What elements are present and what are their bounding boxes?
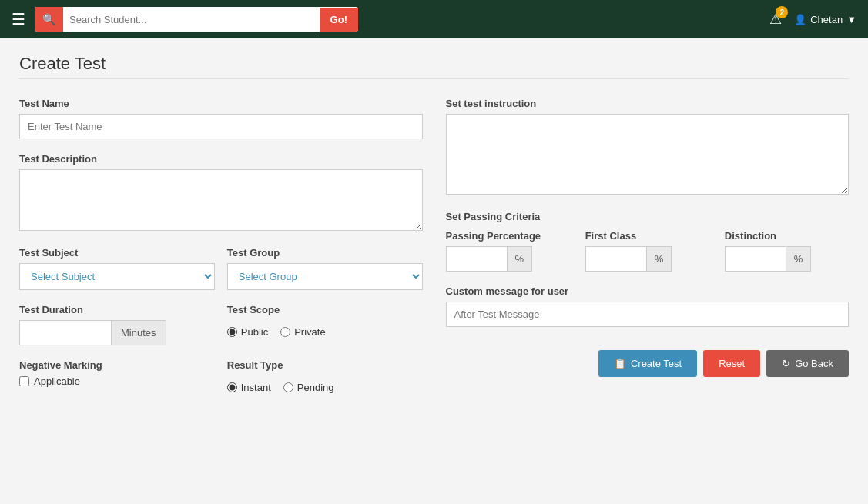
test-group-select[interactable]: Select Group <box>227 263 423 290</box>
test-scope-label: Test Scope <box>227 304 423 315</box>
distinction-wrap: 75 % <box>725 246 849 272</box>
result-radio-group: Instant Pending <box>227 375 423 399</box>
result-instant-option[interactable]: Instant <box>227 382 271 393</box>
passing-criteria-heading: Set Passing Criteria <box>446 211 850 222</box>
create-label: Create Test <box>631 358 682 369</box>
passing-percentage-label: Passing Percentage <box>446 230 570 242</box>
test-group-group: Test Group Select Group <box>227 247 423 290</box>
test-name-label: Test Name <box>19 98 423 109</box>
marking-result-row: Negative Marking Applicable Result Type … <box>19 359 423 413</box>
test-description-label: Test Description <box>19 153 423 165</box>
page-title: Create Test <box>19 54 849 74</box>
page-container: Create Test Test Name Test Description T… <box>0 38 868 504</box>
form-right: Set test instruction Set Passing Criteri… <box>446 98 850 413</box>
result-pending-radio[interactable] <box>283 382 293 392</box>
scope-public-radio[interactable] <box>227 327 237 337</box>
scope-private-radio[interactable] <box>280 327 290 337</box>
passing-percentage-group: Passing Percentage 35 % <box>446 230 570 272</box>
hamburger-icon[interactable]: ☰ <box>12 10 25 28</box>
reset-button[interactable]: Reset <box>703 350 760 377</box>
go-back-button[interactable]: ↻ Go Back <box>766 350 849 377</box>
applicable-label: Applicable <box>34 375 80 387</box>
custom-message-group: Custom message for user <box>446 285 850 327</box>
scope-private-label: Private <box>294 326 325 338</box>
create-test-button[interactable]: 📋 Create Test <box>598 350 697 377</box>
custom-message-label: Custom message for user <box>446 285 850 297</box>
user-menu[interactable]: 👤 Chetan ▼ <box>794 14 856 25</box>
instruction-label: Set test instruction <box>446 98 850 109</box>
scope-private-option[interactable]: Private <box>280 326 325 338</box>
first-class-label: First Class <box>585 230 709 242</box>
scope-radio-group: Public Private <box>227 320 423 344</box>
navbar: ☰ 🔍 Go! ⚠ 2 👤 Chetan ▼ <box>0 0 868 38</box>
negative-marking-label: Negative Marking <box>19 359 215 371</box>
test-subject-select[interactable]: Select Subject <box>19 263 215 290</box>
passing-percentage-wrap: 35 % <box>446 246 570 272</box>
test-name-group: Test Name <box>19 98 423 139</box>
subject-group-row: Test Subject Select Subject Test Group S… <box>19 247 423 304</box>
button-row: 📋 Create Test Reset ↻ Go Back <box>446 350 850 377</box>
test-subject-label: Test Subject <box>19 247 215 259</box>
distinction-pct-symbol: % <box>786 246 812 272</box>
test-description-input[interactable] <box>19 169 423 231</box>
result-pending-label: Pending <box>297 382 334 393</box>
test-group-label: Test Group <box>227 247 423 259</box>
result-pending-option[interactable]: Pending <box>283 382 334 393</box>
distinction-label: Distinction <box>725 230 849 242</box>
navbar-right: ⚠ 2 👤 Chetan ▼ <box>769 11 856 28</box>
duration-input[interactable]: 20 <box>19 320 112 345</box>
bell-icon[interactable]: ⚠ 2 <box>769 11 782 28</box>
instruction-textarea[interactable] <box>446 114 850 195</box>
first-class-pct-symbol: % <box>647 246 672 272</box>
search-icon: 🔍 <box>35 7 63 32</box>
notification-badge: 2 <box>776 6 788 18</box>
test-subject-group: Test Subject Select Subject <box>19 247 215 290</box>
create-icon: 📋 <box>614 358 626 369</box>
applicable-checkbox[interactable] <box>19 376 29 386</box>
test-description-group: Test Description <box>19 153 423 233</box>
result-instant-radio[interactable] <box>227 382 237 392</box>
search-bar: 🔍 Go! <box>35 7 358 32</box>
result-instant-label: Instant <box>241 382 271 393</box>
custom-message-input[interactable] <box>446 302 850 327</box>
negative-marking-group: Negative Marking Applicable <box>19 359 215 399</box>
distinction-group: Distinction 75 % <box>725 230 849 272</box>
form-layout: Test Name Test Description Test Subject … <box>19 98 849 413</box>
scope-public-option[interactable]: Public <box>227 326 268 338</box>
scope-public-label: Public <box>241 326 268 338</box>
user-name: Chetan <box>810 14 843 25</box>
test-duration-group: Test Duration 20 Minutes <box>19 304 215 345</box>
first-class-group: First Class 60 % <box>585 230 709 272</box>
duration-scope-row: Test Duration 20 Minutes Test Scope Publ… <box>19 304 423 359</box>
go-button[interactable]: Go! <box>320 8 358 32</box>
page-divider <box>19 78 849 79</box>
test-scope-group: Test Scope Public Private <box>227 304 423 345</box>
first-class-input[interactable]: 60 <box>585 246 647 272</box>
test-duration-label: Test Duration <box>19 304 215 315</box>
duration-row: 20 Minutes <box>19 320 215 345</box>
passing-percentage-input[interactable]: 35 <box>446 246 508 272</box>
instruction-group: Set test instruction <box>446 98 850 197</box>
test-name-input[interactable] <box>19 114 423 139</box>
chevron-down-icon: ▼ <box>846 14 856 25</box>
first-class-wrap: 60 % <box>585 246 709 272</box>
user-icon: 👤 <box>794 14 806 25</box>
goback-icon: ↻ <box>782 358 790 369</box>
duration-unit: Minutes <box>112 320 166 345</box>
result-type-label: Result Type <box>227 359 423 371</box>
search-input[interactable] <box>63 8 320 32</box>
criteria-row: Passing Percentage 35 % First Class 60 % <box>446 230 850 272</box>
goback-label: Go Back <box>795 358 833 369</box>
applicable-checkbox-item[interactable]: Applicable <box>19 375 215 387</box>
result-type-group: Result Type Instant Pending <box>227 359 423 399</box>
passing-criteria-group: Set Passing Criteria Passing Percentage … <box>446 211 850 272</box>
passing-pct-symbol: % <box>508 246 533 272</box>
distinction-input[interactable]: 75 <box>725 246 786 272</box>
form-left: Test Name Test Description Test Subject … <box>19 98 423 413</box>
